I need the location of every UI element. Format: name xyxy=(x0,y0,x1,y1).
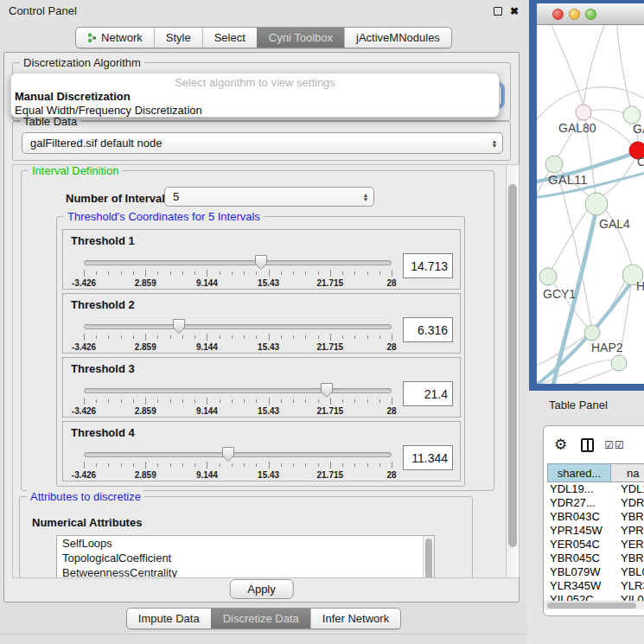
columns-icon[interactable] xyxy=(581,438,594,452)
threshold-value-field[interactable] xyxy=(403,253,453,278)
table-column-header[interactable]: shared... xyxy=(547,463,611,482)
right-side-area: GAL80GACGAL11GAL4GCY1HHAP2 Table Panel ⚙… xyxy=(527,0,644,644)
settings-scroll-thumb[interactable] xyxy=(508,184,517,547)
table-panel-card: ⚙ ☑☑ shared...na YDL19...YDL1YDR27...YDR… xyxy=(543,425,644,616)
attribute-list-item[interactable]: SelfLoops xyxy=(57,536,423,551)
table-horizontal-scrollbar[interactable] xyxy=(544,601,644,609)
minimize-traffic-light[interactable] xyxy=(569,9,580,20)
table-row[interactable]: YLR345WYLR3 xyxy=(547,579,644,593)
node-gal11[interactable] xyxy=(545,156,563,173)
bottom-tab-impute-data[interactable]: Impute Data xyxy=(127,609,211,628)
discretization-algorithm-title: Discretization Algorithm xyxy=(20,56,144,69)
threshold-label: Threshold 4 xyxy=(71,426,135,439)
apply-button[interactable]: Apply xyxy=(229,579,294,599)
close-traffic-light[interactable] xyxy=(552,9,564,20)
table-cell: YBR0 xyxy=(611,510,644,524)
tick-mark xyxy=(133,399,134,403)
tick-mark xyxy=(392,270,392,277)
table-row[interactable]: YDR27...YDR2 xyxy=(547,496,644,510)
node-gal4[interactable] xyxy=(585,193,608,215)
popup-option-manual-discretization[interactable]: Manual Discretization xyxy=(11,90,499,104)
threshold-value-field[interactable] xyxy=(403,317,453,342)
table-hscroll-thumb[interactable] xyxy=(547,603,636,609)
table-column-header[interactable]: na xyxy=(611,463,644,482)
table-row[interactable]: YBR045CYBR0 xyxy=(547,552,644,565)
tick-mark xyxy=(121,271,122,275)
bottom-tab-discretize-data[interactable]: Discretize Data xyxy=(211,609,310,628)
threshold-value-field[interactable] xyxy=(403,445,453,470)
tick-mark xyxy=(305,463,306,467)
tick-mark xyxy=(157,399,158,403)
tick-mark xyxy=(256,335,257,339)
slider-track[interactable] xyxy=(84,452,392,457)
tab-select[interactable]: Select xyxy=(202,28,257,48)
tick-mark xyxy=(305,335,306,339)
slider-tick-labels: -3.4262.8599.14415.4321.71528 xyxy=(84,342,392,353)
tick-label: 9.144 xyxy=(196,470,218,480)
table-row[interactable]: YBR043CYBR0 xyxy=(547,510,644,524)
node-top-right[interactable] xyxy=(623,106,641,124)
table-cell: YBR045C xyxy=(547,552,611,565)
bottom-tab-label: Discretize Data xyxy=(223,612,299,625)
table-header-row: shared...na xyxy=(547,463,644,482)
tab-network[interactable]: Network xyxy=(76,28,154,48)
table-cell: YBR0 xyxy=(611,552,644,565)
table-cell: YBR043C xyxy=(547,510,611,524)
tab-jactivemnodules[interactable]: jActiveMNodules xyxy=(344,28,451,48)
tick-mark xyxy=(121,335,122,339)
threshold-value-field[interactable] xyxy=(403,381,453,406)
attribute-list-item[interactable]: BetweennessCentrality xyxy=(57,565,423,578)
tick-mark xyxy=(121,399,122,403)
tick-mark xyxy=(244,463,245,467)
popup-placeholder-option[interactable]: Select algorithm to view settings xyxy=(11,76,499,90)
tick-label: 21.715 xyxy=(317,406,344,416)
tab-label: jActiveMNodules xyxy=(356,31,440,44)
close-icon[interactable]: ✖ xyxy=(510,5,519,17)
threshold-slider[interactable]: -3.4262.8599.14415.4321.71528 xyxy=(84,322,392,352)
tick-mark xyxy=(342,463,343,467)
tick-mark xyxy=(194,271,195,275)
tick-mark xyxy=(220,335,220,339)
tick-label: 15.43 xyxy=(258,406,279,416)
table-data-group: Table Data galFiltered.sif default node … xyxy=(12,121,511,161)
select-columns-icons[interactable]: ☑☑ xyxy=(604,439,625,451)
node-gcy1[interactable] xyxy=(539,268,557,285)
threshold-slider[interactable]: -3.4262.8599.14415.4321.71528 xyxy=(84,258,392,288)
node-hap2[interactable] xyxy=(584,325,600,341)
popup-option-equal-width-frequency-discretization[interactable]: Equal Width/Frequency Discretization xyxy=(11,104,499,118)
table-data-combobox[interactable]: galFiltered.sif default node ▲▼ xyxy=(22,132,503,154)
threshold-slider[interactable]: -3.4262.8599.14415.4321.71528 xyxy=(84,450,392,480)
network-window-inner: GAL80GACGAL11GAL4GCY1HHAP2 xyxy=(537,3,644,384)
table-row[interactable]: YPR145WYPR1 xyxy=(547,524,644,538)
tick-mark xyxy=(157,463,158,467)
table-cell: YER0 xyxy=(611,538,644,552)
slider-track[interactable] xyxy=(84,388,392,393)
number-of-intervals-combobox[interactable]: 5 ▲▼ xyxy=(164,187,374,207)
gear-icon[interactable]: ⚙ xyxy=(554,437,567,452)
settings-vertical-scrollbar[interactable] xyxy=(506,165,519,577)
table-row[interactable]: YER054CYER0 xyxy=(547,538,644,552)
bottom-tab-infer-network[interactable]: Infer Network xyxy=(310,609,400,628)
float-window-icon[interactable] xyxy=(494,7,502,16)
table-row[interactable]: YBL079WYBL0 xyxy=(547,565,644,579)
threshold-slider[interactable]: -3.4262.8599.14415.4321.71528 xyxy=(84,386,392,416)
zoom-traffic-light[interactable] xyxy=(585,9,596,20)
slider-track[interactable] xyxy=(84,324,392,329)
slider-tick-labels: -3.4262.8599.14415.4321.71528 xyxy=(84,470,392,481)
slider-track[interactable] xyxy=(84,260,392,265)
attributes-list-scrollbar[interactable] xyxy=(423,536,434,578)
tick-label: 15.43 xyxy=(258,278,279,288)
attributes-scroll-thumb[interactable] xyxy=(425,539,432,578)
attribute-list-item[interactable]: TopologicalCoefficient xyxy=(57,551,423,565)
tab-cyni-toolbox[interactable]: Cyni Toolbox xyxy=(257,28,344,48)
tab-style[interactable]: Style xyxy=(154,28,202,48)
node-gal80[interactable] xyxy=(576,105,591,120)
network-canvas[interactable]: GAL80GACGAL11GAL4GCY1HHAP2 xyxy=(537,25,644,384)
tick-mark xyxy=(220,271,220,275)
table-row[interactable]: YDL19...YDL1 xyxy=(547,482,644,496)
tick-mark xyxy=(194,399,195,403)
tick-mark xyxy=(207,334,207,341)
network-view-window[interactable]: GAL80GACGAL11GAL4GCY1HHAP2 xyxy=(529,0,644,391)
threshold-label: Threshold 2 xyxy=(71,298,135,311)
node-bottom[interactable] xyxy=(611,355,627,371)
